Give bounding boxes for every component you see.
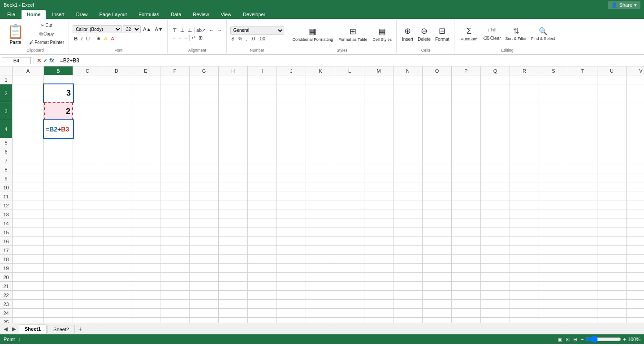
cell-n6[interactable] — [393, 147, 423, 156]
col-header-H[interactable]: H — [219, 66, 248, 75]
cell-c2[interactable] — [73, 84, 102, 102]
cell-a3[interactable] — [13, 102, 44, 120]
cell-e14[interactable] — [131, 219, 160, 228]
col-header-C[interactable]: C — [73, 66, 102, 75]
cell-r11[interactable] — [510, 192, 539, 201]
cell-a9[interactable] — [13, 174, 44, 183]
cell-c7[interactable] — [73, 156, 102, 165]
cell-f25[interactable] — [160, 318, 190, 323]
cell-t10[interactable] — [568, 183, 597, 192]
cell-m22[interactable] — [364, 291, 393, 300]
cell-e13[interactable] — [131, 210, 160, 219]
cell-d5[interactable] — [102, 138, 131, 147]
align-bottom-button[interactable]: ⊥ — [186, 27, 194, 34]
cell-q2[interactable] — [481, 84, 510, 102]
font-color-button[interactable]: A — [109, 35, 115, 42]
row-header-1[interactable]: 1 — [0, 75, 13, 84]
cell-q14[interactable] — [481, 219, 510, 228]
col-header-N[interactable]: N — [393, 66, 423, 75]
cell-d8[interactable] — [102, 165, 131, 174]
col-header-R[interactable]: R — [510, 66, 539, 75]
col-header-A[interactable]: A — [13, 66, 44, 75]
cell-k18[interactable] — [306, 255, 335, 264]
tab-formulas[interactable]: Formulas — [133, 10, 164, 19]
cell-g25[interactable] — [190, 318, 219, 323]
cell-d9[interactable] — [102, 174, 131, 183]
cell-u13[interactable] — [597, 210, 627, 219]
find-select-button[interactable]: 🔍 Find & Select — [529, 22, 557, 46]
cell-u11[interactable] — [597, 192, 627, 201]
cell-g3[interactable] — [190, 102, 219, 120]
cell-q3[interactable] — [481, 102, 510, 120]
cell-k5[interactable] — [306, 138, 335, 147]
cell-c12[interactable] — [73, 201, 102, 210]
cell-c18[interactable] — [73, 255, 102, 264]
cell-p21[interactable] — [452, 282, 481, 291]
cell-n9[interactable] — [393, 174, 423, 183]
row-header-5[interactable]: 5 — [0, 138, 13, 147]
cell-o19[interactable] — [423, 264, 452, 273]
row-header-17[interactable]: 17 — [0, 246, 13, 255]
cell-g23[interactable] — [190, 300, 219, 309]
page-layout-view-button[interactable]: ⊡ — [566, 337, 570, 342]
cell-e6[interactable] — [131, 147, 160, 156]
cell-n18[interactable] — [393, 255, 423, 264]
cell-m4[interactable] — [364, 120, 393, 138]
row-header-16[interactable]: 16 — [0, 237, 13, 246]
cell-j17[interactable] — [277, 246, 306, 255]
cell-t9[interactable] — [568, 174, 597, 183]
cell-t22[interactable] — [568, 291, 597, 300]
autosum-button[interactable]: Σ AutoSum — [458, 22, 480, 46]
cell-l5[interactable] — [335, 138, 364, 147]
cell-p14[interactable] — [452, 219, 481, 228]
cell-p25[interactable] — [452, 318, 481, 323]
cell-o17[interactable] — [423, 246, 452, 255]
cell-o3[interactable] — [423, 102, 452, 120]
cell-a24[interactable] — [13, 309, 44, 318]
cell-m24[interactable] — [364, 309, 393, 318]
cell-a17[interactable] — [13, 246, 44, 255]
cell-b10[interactable] — [44, 183, 73, 192]
cell-f6[interactable] — [160, 147, 190, 156]
cell-l23[interactable] — [335, 300, 364, 309]
cell-t21[interactable] — [568, 282, 597, 291]
cell-u9[interactable] — [597, 174, 627, 183]
cell-a2[interactable] — [13, 84, 44, 102]
cell-c16[interactable] — [73, 237, 102, 246]
cell-e21[interactable] — [131, 282, 160, 291]
cell-r16[interactable] — [510, 237, 539, 246]
cell-l20[interactable] — [335, 273, 364, 282]
cell-f2[interactable] — [160, 84, 190, 102]
cell-k8[interactable] — [306, 165, 335, 174]
cell-s13[interactable] — [539, 210, 568, 219]
cell-s6[interactable] — [539, 147, 568, 156]
cell-l21[interactable] — [335, 282, 364, 291]
comma-button[interactable]: , — [245, 35, 249, 42]
cell-p3[interactable] — [452, 102, 481, 120]
col-header-U[interactable]: U — [597, 66, 627, 75]
cell-g7[interactable] — [190, 156, 219, 165]
cell-o4[interactable] — [423, 120, 452, 138]
cell-j7[interactable] — [277, 156, 306, 165]
cell-n10[interactable] — [393, 183, 423, 192]
cell-q4[interactable] — [481, 120, 510, 138]
cell-r23[interactable] — [510, 300, 539, 309]
cell-r14[interactable] — [510, 219, 539, 228]
cell-n7[interactable] — [393, 156, 423, 165]
cell-i3[interactable] — [248, 102, 277, 120]
cell-j25[interactable] — [277, 318, 306, 323]
cell-p24[interactable] — [452, 309, 481, 318]
cell-l14[interactable] — [335, 219, 364, 228]
cell-t4[interactable] — [568, 120, 597, 138]
cell-v19[interactable] — [627, 264, 644, 273]
cell-v12[interactable] — [627, 201, 644, 210]
cell-s9[interactable] — [539, 174, 568, 183]
cell-s24[interactable] — [539, 309, 568, 318]
cell-b19[interactable] — [44, 264, 73, 273]
cell-i7[interactable] — [248, 156, 277, 165]
cell-u17[interactable] — [597, 246, 627, 255]
cell-f21[interactable] — [160, 282, 190, 291]
cell-m21[interactable] — [364, 282, 393, 291]
cell-g21[interactable] — [190, 282, 219, 291]
cell-p11[interactable] — [452, 192, 481, 201]
